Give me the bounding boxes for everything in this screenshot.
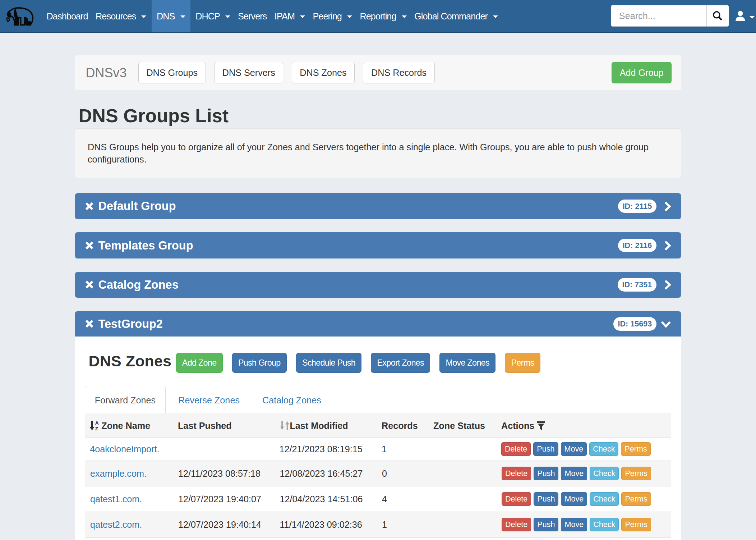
svg-text:A: A <box>95 421 99 426</box>
svg-text:Z: Z <box>95 426 98 430</box>
